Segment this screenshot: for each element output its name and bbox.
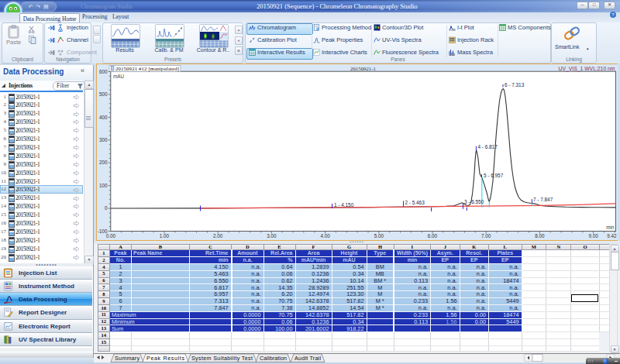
svg-text:4.00: 4.00 [320, 233, 330, 239]
svg-text:2.00: 2.00 [213, 233, 223, 239]
svg-text:3.00: 3.00 [267, 233, 277, 239]
svg-text:300: 300 [98, 137, 107, 143]
svg-text:3 - 6.550: 3 - 6.550 [464, 198, 484, 204]
svg-text:Summary: Summary [115, 354, 140, 361]
svg-text:7.00: 7.00 [481, 233, 491, 239]
svg-text:5 - 6.957: 5 - 6.957 [484, 172, 504, 177]
svg-text:mAU: mAU [113, 74, 124, 79]
svg-text:400: 400 [98, 114, 107, 119]
svg-text:0.00: 0.00 [105, 233, 115, 239]
svg-text:100: 100 [98, 182, 107, 187]
svg-text:6.00: 6.00 [427, 233, 437, 239]
svg-text:9.00: 9.00 [588, 233, 598, 239]
svg-text:1 - 4.150: 1 - 4.150 [334, 201, 354, 207]
svg-text:4 - 6.817: 4 - 6.817 [477, 143, 498, 149]
svg-text:Audit Trail: Audit Trail [294, 354, 321, 361]
svg-text:1.00: 1.00 [159, 233, 169, 239]
svg-text:20150921-1: 20150921-1 [350, 65, 376, 70]
svg-text:Calibration: Calibration [260, 354, 287, 361]
svg-text:6 - 7.313: 6 - 7.313 [505, 82, 525, 88]
svg-text:500: 500 [98, 91, 107, 97]
svg-text:8.00: 8.00 [535, 233, 545, 239]
svg-text:200: 200 [98, 160, 107, 165]
svg-text:600: 600 [98, 68, 107, 74]
svg-text:System Suitability Test: System Suitability Test [191, 354, 253, 361]
svg-text:UV_VIS_1 WVL:210 nm: UV_VIS_1 WVL:210 nm [558, 65, 615, 71]
svg-text:-100: -100 [97, 228, 107, 233]
svg-text:Peak Results: Peak Results [146, 354, 184, 361]
svg-text:9.42: 9.42 [607, 233, 617, 239]
svg-text:5.00: 5.00 [374, 233, 384, 239]
svg-text:0: 0 [104, 205, 107, 211]
svg-text:7 - 7.847: 7 - 7.847 [533, 196, 553, 201]
svg-text:20150921 #12 [manipulated]: 20150921 #12 [manipulated] [115, 66, 179, 72]
svg-text:2 - 5.463: 2 - 5.463 [405, 199, 425, 204]
svg-text:min: min [606, 225, 615, 230]
